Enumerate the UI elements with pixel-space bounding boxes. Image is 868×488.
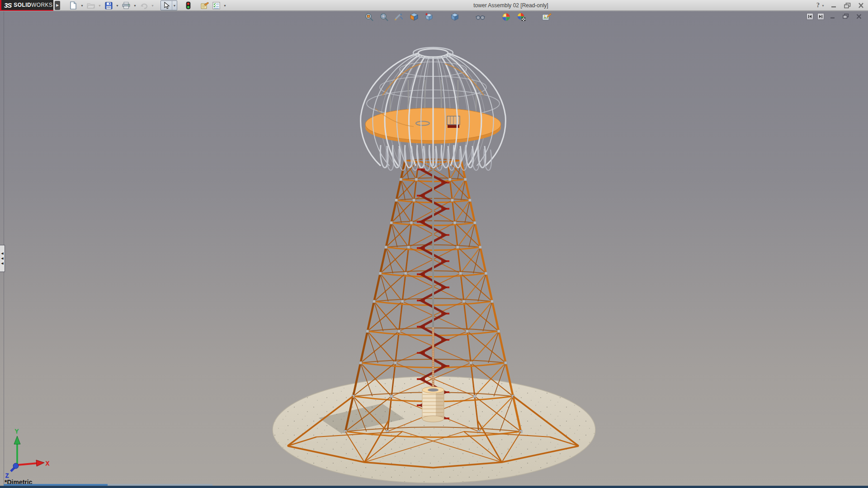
options-caret[interactable]: ▼ xyxy=(222,0,227,10)
print-icon xyxy=(122,2,130,9)
arrow-left-icon xyxy=(808,14,812,19)
traffic-light-icon xyxy=(186,1,191,9)
new-document-button[interactable] xyxy=(68,0,79,10)
view-settings-button[interactable] xyxy=(542,13,552,21)
triad-x-label: X xyxy=(46,460,49,467)
undo-icon xyxy=(140,2,148,9)
model-tower-scene: Y X Z xyxy=(0,11,868,488)
apply-scene-button[interactable] xyxy=(516,13,526,21)
appearance-sphere-icon xyxy=(502,13,510,21)
graphics-viewport[interactable]: ◀ ◀ ◀ xyxy=(0,11,868,488)
minimize-icon xyxy=(831,3,837,8)
arrow-right-icon xyxy=(819,14,823,19)
options-list-icon xyxy=(212,2,220,9)
save-caret[interactable]: ▼ xyxy=(115,0,120,10)
help-button[interactable]: ? xyxy=(816,2,820,9)
previous-window-button[interactable] xyxy=(807,13,813,20)
next-window-button[interactable] xyxy=(817,13,824,20)
previous-view-button[interactable] xyxy=(394,13,404,21)
zoom-to-fit-icon xyxy=(365,13,374,21)
zoom-to-fit-button[interactable] xyxy=(364,13,374,21)
doc-close-icon xyxy=(856,14,862,19)
feature-manager-collapsed-tab[interactable]: ◀ ◀ ◀ xyxy=(0,245,5,272)
scrollbar-track[interactable] xyxy=(0,486,868,488)
edit-appearance-button[interactable] xyxy=(501,13,511,21)
display-style-icon xyxy=(450,13,459,21)
note-hand-icon xyxy=(200,2,209,9)
select-tool-group: ▼ xyxy=(160,0,177,10)
print-button[interactable] xyxy=(121,0,132,10)
headsup-view-toolbar xyxy=(364,13,552,21)
triad-z-label: Z xyxy=(5,473,9,479)
restore-button[interactable] xyxy=(843,1,852,9)
apply-scene-icon xyxy=(517,13,526,21)
undo-caret[interactable]: ▼ xyxy=(150,0,155,10)
main-toolbar: ▼ ▼ ▼ xyxy=(68,0,227,11)
select-tool-button[interactable] xyxy=(161,0,172,10)
collapse-arrow-icon: ◀ xyxy=(1,262,3,265)
select-tool-caret[interactable]: ▼ xyxy=(172,1,177,10)
orientation-triad: Y X Z xyxy=(5,428,49,479)
title-bar: 3S SOLIDWORKS ▶ ▼ ▼ xyxy=(0,0,868,11)
triad-y-label: Y xyxy=(15,428,19,435)
previous-view-icon xyxy=(394,13,404,21)
new-document-caret[interactable]: ▼ xyxy=(80,0,85,10)
checkerboard xyxy=(522,18,525,21)
save-icon xyxy=(105,2,113,9)
undo-button[interactable] xyxy=(138,0,149,10)
new-document-icon xyxy=(70,1,77,9)
minimize-button[interactable] xyxy=(829,1,838,9)
titlebar-window-controls: ? ▼ xyxy=(816,0,865,11)
doc-close-button[interactable] xyxy=(854,12,863,20)
scrollbar-segment[interactable] xyxy=(4,484,108,486)
open-document-caret[interactable]: ▼ xyxy=(97,0,102,10)
tesla-coil xyxy=(422,387,444,422)
close-button[interactable] xyxy=(856,1,865,9)
doc-minimize-icon xyxy=(830,14,835,19)
dome-cage xyxy=(361,47,506,170)
horizontal-scrollbar[interactable] xyxy=(0,484,868,488)
print-caret[interactable]: ▼ xyxy=(132,0,137,10)
collapse-arrow-icon: ◀ xyxy=(1,252,3,255)
document-title: tower Assembly 02 [Read-only] xyxy=(452,0,570,11)
hide-show-items-button[interactable] xyxy=(476,13,485,21)
zoom-to-area-button[interactable] xyxy=(379,13,389,21)
edit-note-button[interactable] xyxy=(199,0,210,10)
options-button[interactable] xyxy=(211,0,222,10)
section-view-button[interactable] xyxy=(409,13,419,21)
solidworks-logo[interactable]: 3S SOLIDWORKS xyxy=(0,0,53,11)
help-caret[interactable]: ▼ xyxy=(821,4,825,7)
rebuild-button[interactable] xyxy=(183,0,193,10)
section-view-icon xyxy=(410,13,419,21)
select-cursor-icon xyxy=(164,2,170,9)
menu-flyout-arrow[interactable]: ▶ xyxy=(55,1,60,10)
open-document-button[interactable] xyxy=(85,0,96,10)
doc-restore-icon xyxy=(843,14,849,19)
solidworks-window: 3S SOLIDWORKS ▶ ▼ ▼ xyxy=(0,0,868,488)
close-icon xyxy=(858,3,864,8)
display-style-button[interactable] xyxy=(450,13,459,21)
view-settings-icon xyxy=(542,13,552,21)
3ds-logo-icon: 3S xyxy=(4,1,11,9)
open-document-icon xyxy=(87,2,95,9)
document-window-controls xyxy=(807,12,863,20)
restore-icon xyxy=(844,3,851,9)
wordmark-light: WORKS xyxy=(31,2,52,8)
view-orientation-icon xyxy=(425,13,434,21)
doc-minimize-button[interactable] xyxy=(828,12,837,20)
eyeglasses-icon xyxy=(476,13,485,21)
scrollbar-thumb[interactable] xyxy=(108,484,212,486)
doc-restore-button[interactable] xyxy=(841,12,850,20)
wordmark-bold: SOLID xyxy=(14,2,31,8)
collapse-arrow-icon: ◀ xyxy=(1,257,3,260)
save-button[interactable] xyxy=(103,0,114,10)
zoom-to-area-icon xyxy=(380,13,389,21)
solidworks-wordmark: SOLIDWORKS xyxy=(14,2,52,8)
view-orientation-button[interactable] xyxy=(424,13,434,21)
